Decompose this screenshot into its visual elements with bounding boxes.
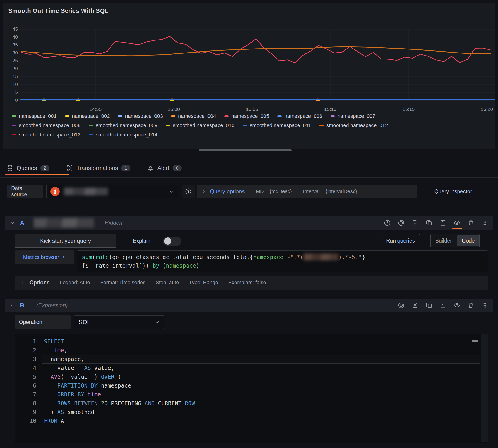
line-number: 6 [15,381,36,390]
builder-option[interactable]: Builder [431,235,457,246]
max-data-points-value: MD = {mdDesc} [256,189,292,194]
query-a-options-row: Options Legend: AutoFormat: Time seriesS… [15,276,488,289]
query-options-toggle[interactable]: Query options [210,188,245,195]
chart-legend: namespace_001namespace_002namespace_003n… [12,113,388,138]
horizontal-scrollbar[interactable] [199,149,292,151]
operation-label: Operation [15,315,71,329]
option-summary-item: Type: Range [189,280,218,286]
query-a-action-icons [384,219,488,226]
legend-item[interactable]: namespace_001 [12,113,57,119]
drag-handle-icon[interactable] [481,302,488,309]
eye-slash-icon[interactable] [453,219,460,226]
legend-item[interactable]: namespace_003 [118,113,163,119]
x-tick: 15:20 [475,106,498,112]
notebook-icon[interactable] [439,302,446,309]
query-row-a-header[interactable]: A Hidden [5,216,493,230]
x-tick: 15:10 [319,106,342,112]
chevron-down-icon[interactable] [10,303,15,308]
metrics-browser-button[interactable]: Metrics browser [15,251,74,264]
tab-queries-label: Queries [17,165,37,172]
legend-item[interactable]: smoothed namespace_009 [89,122,157,128]
chevron-down-icon[interactable] [10,220,15,225]
legend-item[interactable]: namespace_002 [65,113,110,119]
legend-item[interactable]: namespace_006 [277,113,322,119]
legend-item[interactable]: namespace_004 [171,113,216,119]
legend-item[interactable]: smoothed namespace_012 [319,122,388,128]
legend-item[interactable]: smoothed namespace_011 [243,122,311,128]
query-row-b-header[interactable]: B (Expression) [5,299,493,312]
y-tick: 0 [4,97,18,103]
tab-transformations-label: Transformations [77,165,118,172]
run-queries-button[interactable]: Run queries [381,234,420,247]
x-tick: 15:15 [397,106,420,112]
chart-canvas[interactable] [20,29,495,102]
legend-label: smoothed namespace_012 [326,122,388,128]
sql-line: 1SELECT [15,337,488,346]
legend-item[interactable]: namespace_005 [224,113,269,119]
copy-icon[interactable] [425,219,433,226]
option-summary-item: Format: Time series [100,280,145,286]
copy-icon[interactable] [425,302,433,309]
code-option[interactable]: Code [457,235,479,246]
divider [0,151,498,152]
options-toggle[interactable]: Options [30,280,50,286]
legend-item[interactable]: smoothed namespace_014 [89,132,157,138]
y-tick: 25 [4,58,18,64]
x-tick: 15:05 [240,106,264,112]
y-tick: 40 [4,34,18,40]
trash-icon[interactable] [467,302,474,309]
legend-label: namespace_001 [19,113,57,119]
active-tab-indicator [5,174,69,175]
tab-transformations[interactable]: Transformations 1 [64,161,132,175]
record-icon[interactable] [398,219,405,226]
query-inspector-button[interactable]: Query inspector [421,185,485,198]
datasource-picker[interactable] [47,185,178,198]
editor-minimap[interactable] [481,334,488,442]
operation-select[interactable]: SQL [74,315,165,329]
line-number: 1 [15,337,36,346]
sql-line: 4 __value__ AS Value, [15,364,488,372]
metrics-browser-label: Metrics browser [23,254,59,260]
help-icon[interactable] [384,219,391,226]
save-icon[interactable] [412,302,419,309]
legend-item[interactable]: smoothed namespace_008 [12,122,80,128]
builder-code-switch: Builder Code [430,234,480,247]
kick-start-query-button[interactable]: Kick start your query [15,234,116,248]
timeseries-panel: Smooth Out Time Series With SQL 05101520… [3,3,495,149]
redacted-datasource-name [64,188,108,195]
legend-label: namespace_002 [72,113,110,119]
y-tick: 10 [4,81,18,87]
legend-swatch [330,115,335,117]
sql-line: 7 ORDER BY time [15,390,488,399]
tab-queries[interactable]: Queries 2 [5,161,51,175]
notebook-icon[interactable] [439,219,446,226]
x-tick: 15:00 [162,106,185,112]
record-icon[interactable] [398,302,405,309]
promql-query-input[interactable]: sum(rate(go_cpu_classes_gc_total_cpu_sec… [77,251,488,272]
hidden-state-indicator [452,228,462,229]
database-icon [6,164,14,172]
eye-icon[interactable] [453,302,460,309]
legend-swatch [171,115,175,117]
sql-line: 9 ) AS smoothed [15,408,488,417]
tab-alert[interactable]: Alert 0 [145,161,184,175]
query-hidden-state: Hidden [105,220,123,226]
sql-line: 8 ROWS BETWEEN 20 PRECEDING AND CURRENT … [15,399,488,408]
line-number: 5 [15,372,36,381]
legend-item[interactable]: smoothed namespace_010 [166,122,234,128]
legend-item[interactable]: smoothed namespace_013 [12,132,80,138]
legend-label: smoothed namespace_008 [19,122,80,128]
sql-code-editor[interactable]: 1SELECT2 time,3 namespace,4 __value__ AS… [15,334,488,443]
legend-label: smoothed namespace_011 [250,122,311,128]
save-icon[interactable] [412,219,419,226]
legend-label: namespace_003 [125,113,163,119]
trash-icon[interactable] [467,219,474,226]
drag-handle-icon[interactable] [481,219,488,226]
datasource-help-button[interactable] [182,185,195,198]
legend-label: smoothed namespace_013 [19,132,80,138]
datasource-bar: Data source Query options MD = {mdDesc} … [0,185,498,198]
legend-item[interactable]: namespace_007 [330,113,375,119]
explain-toggle[interactable] [163,237,181,246]
prometheus-flame-icon [50,187,60,196]
option-summary-item: Step: auto [156,280,179,286]
